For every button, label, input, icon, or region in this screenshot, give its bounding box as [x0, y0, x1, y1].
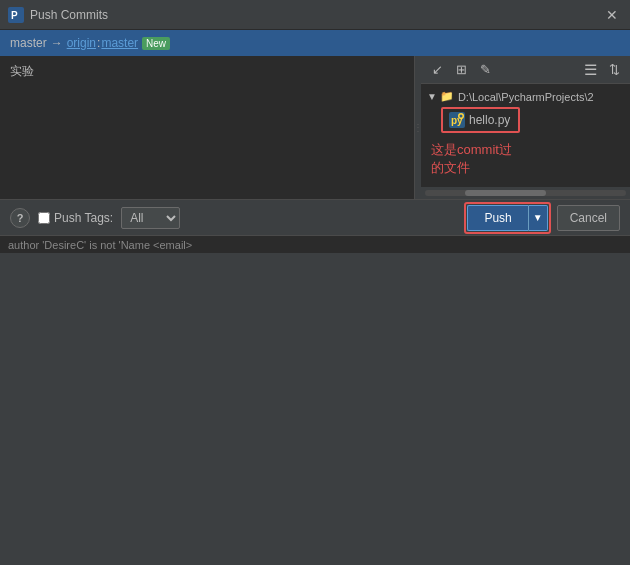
app-icon: P	[8, 7, 24, 23]
right-panel: ↙ ⊞ ✎ ☰ ⇅ ▼ 📁 D:\Local\PycharmProjects\2	[421, 56, 630, 199]
svg-point-5	[460, 115, 463, 118]
content-area: 实验 ⋮ ↙ ⊞ ✎ ☰ ⇅ ▼ 📁 D:\Local\PycharmProje…	[0, 56, 630, 199]
remote-name: origin	[67, 36, 96, 50]
folder-icon: 📁	[440, 90, 454, 103]
new-badge: New	[142, 37, 170, 50]
dialog-title: Push Commits	[30, 8, 602, 22]
right-toolbar: ↙ ⊞ ✎ ☰ ⇅	[421, 56, 630, 84]
annotation-line2: 的文件	[431, 160, 470, 175]
bottom-bar: ? Push Tags: All None Push ▼ Cancel	[0, 199, 630, 235]
commit-item[interactable]: 实验	[0, 60, 414, 83]
title-bar: P Push Commits ✕	[0, 0, 630, 30]
sort-icon[interactable]: ⇅	[604, 60, 624, 80]
push-button-highlight: Push ▼	[464, 202, 550, 234]
buttons-row: Push ▼ Cancel	[464, 202, 620, 234]
left-panel: 实验	[0, 56, 415, 199]
colon-separator: :	[97, 36, 100, 50]
file-highlight: py hello.py	[441, 107, 520, 133]
annotation-line1: 这是commit过	[431, 142, 512, 157]
target-branch: master	[101, 36, 138, 50]
close-button[interactable]: ✕	[602, 5, 622, 25]
file-tree: ▼ 📁 D:\Local\PycharmProjects\2 py	[421, 84, 630, 187]
python-file-icon: py	[449, 112, 465, 128]
push-tags-checkbox[interactable]	[38, 212, 50, 224]
folder-path: D:\Local\PycharmProjects\2	[458, 91, 594, 103]
file-name: hello.py	[469, 113, 510, 127]
annotation-text: 这是commit过 的文件	[421, 135, 630, 183]
push-dropdown-button[interactable]: ▼	[528, 205, 548, 231]
status-text: author 'DesireC' is not 'Name <email>	[8, 239, 192, 251]
tags-select[interactable]: All None	[121, 207, 180, 229]
arrow-separator: →	[51, 36, 63, 50]
commit-label: 实验	[10, 63, 34, 80]
horizontal-scrollbar[interactable]	[421, 187, 630, 199]
scrollbar-track[interactable]	[425, 190, 626, 196]
tree-folder: ▼ 📁 D:\Local\PycharmProjects\2	[421, 88, 630, 105]
help-button[interactable]: ?	[10, 208, 30, 228]
status-bar: author 'DesireC' is not 'Name <email>	[0, 235, 630, 253]
edit-icon[interactable]: ✎	[475, 60, 495, 80]
source-branch: master	[10, 36, 47, 50]
push-button[interactable]: Push	[467, 205, 527, 231]
arrow-icon[interactable]: ↙	[427, 60, 447, 80]
file-item[interactable]: py hello.py	[445, 110, 516, 130]
push-btn-group: Push ▼	[467, 205, 547, 231]
grid-icon[interactable]: ⊞	[451, 60, 471, 80]
folder-arrow: ▼	[427, 91, 437, 102]
scrollbar-thumb[interactable]	[465, 190, 545, 196]
push-tags-label: Push Tags:	[54, 211, 113, 225]
branch-bar: master → origin : master New	[0, 30, 630, 56]
file-row-container: py hello.py	[421, 105, 630, 135]
commits-list: 实验	[0, 56, 414, 199]
cancel-button[interactable]: Cancel	[557, 205, 620, 231]
filter-icon[interactable]: ☰	[580, 60, 600, 80]
svg-text:P: P	[11, 10, 18, 21]
